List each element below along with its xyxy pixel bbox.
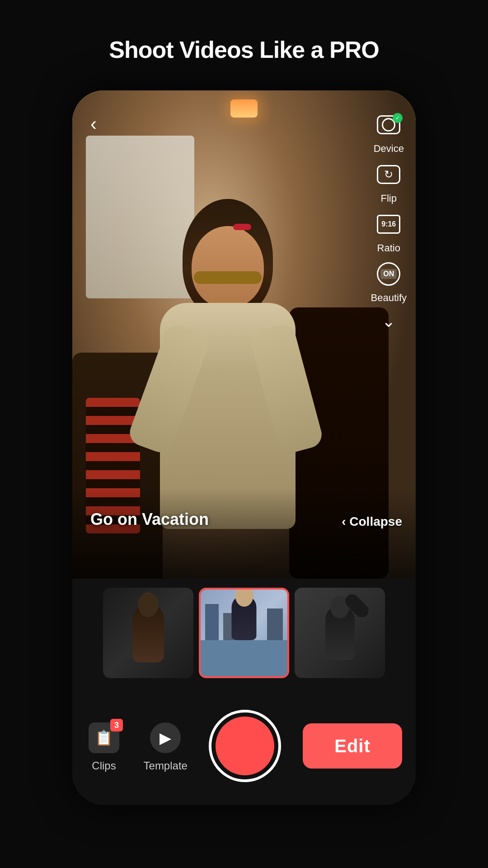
thumbnail-3[interactable] (295, 588, 385, 678)
caption-overlay: Go on Vacation (90, 510, 209, 529)
ratio-icon: 9:16 (372, 208, 405, 241)
beautify-label: Beautify (371, 292, 407, 304)
edit-button[interactable]: Edit (303, 723, 402, 769)
thumbnail-strip (72, 579, 416, 687)
flip-icon (372, 158, 405, 191)
template-icon: ▶ (147, 720, 183, 756)
phone-frame: ‹ ✓ Device Flip (72, 90, 416, 805)
record-button-wrapper[interactable] (209, 710, 281, 782)
beautify-state: ON (380, 269, 397, 279)
bottom-bar: 📋 3 Clips ▶ Template Edit (72, 687, 416, 805)
ratio-control[interactable]: 9:16 Ratio (372, 208, 405, 254)
device-label: Device (374, 143, 404, 155)
expand-control[interactable]: ⌄ (377, 307, 400, 335)
clips-label: Clips (92, 760, 116, 772)
ratio-value: 9:16 (381, 221, 396, 228)
clips-button[interactable]: 📋 3 Clips (86, 720, 122, 772)
ratio-label: Ratio (377, 242, 400, 254)
beautify-icon: ON (372, 258, 405, 290)
device-icon: ✓ (372, 108, 405, 141)
clips-icon: 📋 3 (86, 720, 122, 756)
beautify-control[interactable]: ON Beautify (371, 258, 407, 304)
thumbnail-1[interactable] (103, 588, 193, 678)
camera-gradient-overlay (72, 488, 416, 579)
clips-icon-symbol: 📋 (95, 729, 113, 746)
collapse-button[interactable]: ‹ Collapse (342, 514, 402, 529)
template-button[interactable]: ▶ Template (144, 720, 188, 772)
clips-count-badge: 3 (110, 719, 123, 731)
flip-label: Flip (381, 193, 397, 204)
record-button-inner (216, 717, 274, 775)
template-label: Template (144, 760, 188, 772)
camera-view: ‹ ✓ Device Flip (72, 90, 416, 579)
back-button[interactable]: ‹ (90, 113, 97, 135)
right-controls-panel: ✓ Device Flip 9:16 Ratio (371, 108, 407, 335)
template-icon-symbol: ▶ (160, 729, 171, 747)
record-button-outer[interactable] (209, 710, 281, 782)
page-title: Shoot Videos Like a PRO (109, 36, 379, 63)
device-check-badge: ✓ (393, 113, 403, 123)
caption-text: Go on Vacation (90, 510, 209, 528)
device-control[interactable]: ✓ Device (372, 108, 405, 155)
chevron-down-icon: ⌄ (377, 307, 400, 335)
flip-control[interactable]: Flip (372, 158, 405, 204)
thumbnail-2[interactable] (199, 588, 289, 678)
